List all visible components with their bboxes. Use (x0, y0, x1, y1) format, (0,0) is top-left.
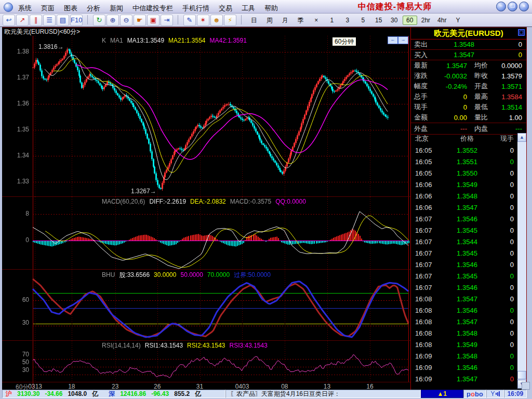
zoom-in-icon[interactable]: ⊕ (107, 15, 119, 26)
period-button[interactable]: 日 (247, 15, 261, 26)
alarm-icon[interactable]: ✶ (197, 15, 209, 26)
tape-row: 16:08 1.3548 0 (411, 327, 526, 339)
chart-title: 欧元美元(EURUSD)<60分> (4, 28, 80, 36)
export-icon[interactable]: ⇥ (161, 15, 173, 26)
menu-item-help[interactable]: 帮助 (260, 3, 283, 14)
menu-item-analysis[interactable]: 分析 (82, 3, 105, 14)
x-tick-label: 0313 (28, 383, 42, 390)
clock: 16:09 (504, 390, 527, 398)
refresh-icon[interactable]: ↻ (93, 15, 105, 26)
menu-item-tools[interactable]: 工具 (237, 3, 260, 14)
period-button[interactable]: 周 (262, 15, 277, 26)
news-ticker[interactable]: 〖农产品〗天富期货4月16日豆类日评： (225, 390, 421, 398)
x-tick-label: 0403 (235, 383, 249, 390)
period-button[interactable]: 季 (294, 15, 308, 26)
tape-row: 16:05 1.3551 0 (411, 156, 526, 167)
toolbar: ↩↗∥☰▤F10 ↻⊕⊖☛▣⇥ ✎✶☻⚡ 日周月季×1351530602hr4h… (0, 14, 532, 27)
rsi-header-segment: RSI1:43.1543 (145, 342, 183, 349)
low-annotation: 1.3267→ (131, 188, 156, 195)
stochastic-header-segment: 30.0000 (154, 271, 176, 278)
restore-panel-icon[interactable] (518, 29, 525, 36)
scroll-left-button[interactable]: ← (388, 36, 398, 44)
shanghai-amount: 1048.0亿 (68, 390, 103, 398)
toolbar-separator (87, 15, 88, 24)
menu-item-citic-column[interactable]: 中信建投专栏 (128, 3, 178, 14)
rsi-pane: RSI(14,14,14)RSI1:43.1543RSI2:43.1543RSI… (2, 341, 410, 382)
menu-item-chart[interactable]: 图表 (59, 3, 82, 14)
price-axis-label: 1.34 (3, 152, 29, 159)
stochastic-header: BHU股:33.656630.000050.000070.0000过界:50.0… (102, 271, 275, 280)
period-button[interactable]: 60 (403, 16, 417, 25)
tape-scrollbar[interactable]: ▲ ▼ (517, 133, 526, 389)
tape-row: 16:08 1.3546 0 (411, 304, 526, 316)
period-button[interactable]: 4hr (434, 16, 449, 25)
quote-symbol-title: 欧元美元(EURUSD) (411, 28, 526, 39)
window-cascade-icon[interactable]: ▣ (147, 15, 159, 26)
ma-header-segment: MA1 (110, 37, 123, 44)
period-button[interactable]: 15 (371, 16, 386, 25)
period-button[interactable]: 30 (387, 16, 402, 25)
menu-item-trade[interactable]: 交易 (214, 3, 237, 14)
minimize-button[interactable]: − (496, 2, 506, 11)
ma-header-segment: MA13:1.3549 (127, 37, 164, 44)
candlestick-chart-icon[interactable]: ∥ (30, 15, 42, 26)
main-chart-canvas[interactable] (2, 36, 410, 197)
alert-triangle-icon: ▲ (437, 390, 444, 397)
shenzhen-amount: 855.2亿 (174, 390, 206, 398)
restore-button[interactable]: ❐ (508, 2, 517, 11)
f10-icon[interactable]: F10 (70, 15, 83, 26)
report-icon[interactable]: ▤ (57, 15, 69, 26)
stochastic-canvas[interactable] (2, 270, 410, 341)
macd-header-segment: QQ:0.0000 (275, 198, 306, 205)
quote-stat-row: 涨跌 -0.0032 昨收 1.3579 (411, 71, 526, 81)
drag-hand-icon[interactable]: ☛ (134, 15, 146, 26)
rsi-axis-label: 50 (3, 358, 29, 366)
rsi-header-segment: RSI3:43.1543 (230, 342, 268, 349)
x-tick-label: 13 (324, 383, 330, 390)
period-button[interactable]: Y (450, 16, 465, 25)
resize-grip[interactable] (522, 382, 530, 390)
rsi-header-segment: RSI(14,14,14) (102, 342, 141, 349)
accounts-icon[interactable]: ☻ (210, 15, 223, 26)
period-button[interactable]: 2hr (418, 16, 433, 25)
quote-list-icon[interactable]: ☰ (43, 15, 56, 26)
macd-canvas[interactable] (2, 197, 410, 270)
line-chart-icon[interactable]: ↗ (16, 15, 29, 26)
shanghai-tag: 沪 (6, 390, 12, 398)
x-tick-label: 26 (154, 383, 161, 390)
quote-panel: 欧元美元(EURUSD) 卖出 1.3548 0 买入 1.3547 0 最新 … (410, 27, 527, 390)
period-button[interactable]: 月 (278, 15, 292, 26)
period-button[interactable]: 3 (340, 16, 355, 25)
stochastic-axis-label: 30 (3, 319, 29, 326)
scroll-up-icon[interactable]: ▲ (517, 133, 526, 142)
time-axis: 60分 0313182326310403081316 (2, 382, 410, 390)
zoom-out-icon[interactable]: ⊖ (120, 15, 132, 26)
menu-item-news[interactable]: 新闻 (105, 3, 128, 14)
close-button[interactable]: × (519, 2, 529, 11)
macd-header-segment: MACD:-0.3575 (230, 198, 271, 205)
draw-icon[interactable]: ✎ (183, 15, 196, 26)
toolbar-separator (241, 15, 242, 24)
rsi-header-segment: RSI2:43.1543 (187, 342, 225, 349)
tape-rows: 16:05 1.3552 0 16:05 1.3551 0 16:05 1.35… (411, 144, 526, 384)
period-button[interactable]: 1 (325, 16, 339, 25)
period-button[interactable]: 5 (356, 16, 370, 25)
period-button[interactable]: × (309, 16, 324, 25)
quote-stat-row: 现手 0 最低 1.3514 (411, 102, 526, 112)
scroll-right-button[interactable]: → (398, 36, 408, 44)
back-icon[interactable]: ↩ (3, 15, 15, 26)
stochastic-axis-label: 60 (3, 296, 29, 303)
tape-row: 16:07 1.3546 0 (411, 259, 526, 270)
menu-item-page[interactable]: 页面 (36, 3, 59, 14)
ma-header-segment: MA42:1.3591 (209, 37, 246, 44)
menu-item-mobile-quotes[interactable]: 手机行情 (178, 3, 214, 14)
flash-icon[interactable]: ⚡ (224, 15, 236, 26)
scrollbar-thumb[interactable] (517, 371, 526, 379)
tape-row: 16:07 1.3545 0 (411, 247, 526, 259)
alert-indicator[interactable]: ▲ 1 (421, 390, 463, 398)
quote-stat-row: 幅度 -0.24% 开盘 1.3571 (411, 81, 526, 91)
macd-pane: MACD(60,20,6)DIFF:-2.2619DEA:-2.0832MACD… (2, 197, 410, 270)
menu-item-system[interactable]: 系统 (14, 3, 36, 14)
buy-label: 买入 (411, 50, 438, 60)
quote-stat-row: 总手 0 最高 1.3584 (411, 91, 526, 102)
